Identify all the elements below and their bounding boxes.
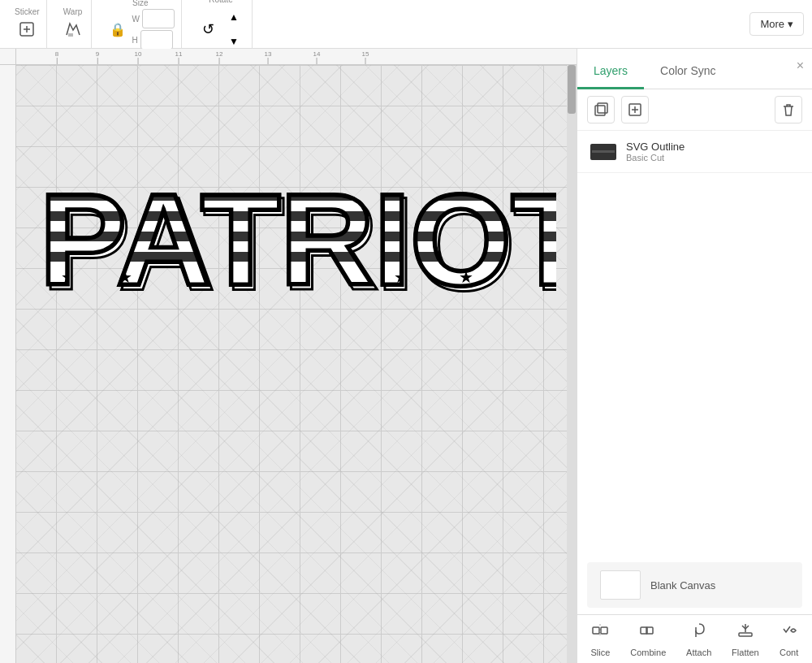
svg-text:PATRIOTS: PATRIOTS <box>40 167 556 312</box>
svg-rect-22 <box>595 106 605 115</box>
ruler-tick-15: 15 <box>362 50 369 64</box>
combine-icon <box>638 621 658 644</box>
height-label: H <box>132 36 138 45</box>
rotate-section: Rotate ↺ ▲ ▼ <box>190 0 253 48</box>
ruler-tick-12: 12 <box>216 50 223 64</box>
attach-icon <box>689 621 709 644</box>
ruler-tick-8: 8 <box>55 50 58 64</box>
layer-info: SVG Outline Basic Cut <box>626 141 799 162</box>
lock-icon[interactable]: 🔒 <box>106 18 129 41</box>
close-panel-icon[interactable]: × <box>797 58 804 73</box>
layer-item-svg-outline[interactable]: SVG Outline Basic Cut <box>577 131 812 173</box>
tab-layers[interactable]: Layers <box>577 54 644 89</box>
height-input[interactable] <box>140 30 173 50</box>
tab-color-sync[interactable]: Color Sync <box>644 54 732 89</box>
ruler-h-inner: 8 9 10 11 12 <box>16 49 577 64</box>
width-input[interactable] <box>142 9 175 28</box>
slice-label: Slice <box>590 648 610 657</box>
more-chevron-icon: ▾ <box>788 18 793 30</box>
sticker-label: Sticker <box>15 7 40 16</box>
more-label: More <box>760 18 784 30</box>
sticker-controls <box>15 18 38 41</box>
size-section: Size 🔒 W H <box>100 0 182 48</box>
width-row: W <box>132 9 175 28</box>
ruler-corner <box>0 49 16 65</box>
delete-layer-button[interactable] <box>775 96 802 124</box>
panel-tabs: Layers Color Sync × <box>577 49 812 89</box>
attach-button[interactable]: Attach <box>680 618 718 661</box>
size-inputs: W H <box>132 9 175 50</box>
sticker-icon[interactable] <box>15 18 38 41</box>
bottom-toolbar: Slice Combine Attach <box>577 614 812 663</box>
ruler-tick-11: 11 <box>175 50 183 64</box>
rotate-controls: ↺ ▲ ▼ <box>197 6 245 53</box>
rotate-label: Rotate <box>209 0 232 4</box>
layer-name: SVG Outline <box>626 141 799 153</box>
warp-icon[interactable] <box>62 18 84 41</box>
attach-label: Attach <box>686 648 711 657</box>
blank-canvas-item[interactable]: Blank Canvas <box>587 562 802 608</box>
width-label: W <box>132 15 140 24</box>
layer-type: Basic Cut <box>626 153 799 162</box>
blank-canvas-label: Blank Canvas <box>650 579 715 592</box>
flatten-label: Flatten <box>732 648 759 657</box>
svg-rect-34 <box>739 633 752 636</box>
layer-thumbnail <box>590 144 616 160</box>
svg-rect-28 <box>601 627 607 634</box>
vertical-scrollbar[interactable] <box>567 65 577 663</box>
rotate-inputs: ▲ ▼ <box>222 6 245 53</box>
ruler-horizontal: 8 9 10 11 12 <box>16 49 577 65</box>
svg-rect-27 <box>593 627 599 634</box>
slice-icon <box>590 621 610 644</box>
sticker-section: Sticker <box>8 0 47 48</box>
warp-section: Warp <box>55 0 92 48</box>
duplicate-layer-button[interactable] <box>587 96 615 124</box>
flatten-button[interactable]: Flatten <box>725 618 766 661</box>
rotate-up-icon[interactable]: ▲ <box>222 6 245 28</box>
flatten-icon <box>736 621 755 644</box>
main-area: 8 9 10 11 12 <box>0 49 812 663</box>
panel-toolbar <box>577 89 812 131</box>
ruler-tick-13: 13 <box>265 50 272 64</box>
more-button[interactable]: More ▾ <box>749 12 804 36</box>
ruler-tick-10: 10 <box>135 50 142 64</box>
panel-spacer <box>577 173 812 556</box>
height-row: H <box>132 30 175 50</box>
ruler-tick-14: 14 <box>313 50 321 64</box>
warp-controls <box>62 18 84 41</box>
combine-button[interactable]: Combine <box>624 618 672 661</box>
canvas-area[interactable]: 8 9 10 11 12 <box>0 49 577 663</box>
combine-label: Combine <box>630 648 666 657</box>
scrollbar-thumb[interactable] <box>568 65 576 114</box>
add-layer-button[interactable] <box>621 96 649 124</box>
right-panel: Layers Color Sync × <box>577 49 812 663</box>
cont-icon <box>780 621 799 644</box>
svg-rect-23 <box>598 103 607 113</box>
cont-button[interactable]: Cont <box>773 618 806 661</box>
blank-canvas-thumbnail <box>600 570 641 600</box>
size-label: Size <box>132 0 148 7</box>
slice-button[interactable]: Slice <box>584 618 616 661</box>
layer-list: SVG Outline Basic Cut <box>577 131 812 173</box>
ruler-vertical <box>0 65 16 663</box>
warp-label: Warp <box>63 7 83 16</box>
size-controls: 🔒 W H <box>106 9 175 50</box>
cont-label: Cont <box>780 648 798 657</box>
rotate-icon[interactable]: ↺ <box>197 18 219 41</box>
svg-rect-3 <box>68 33 73 37</box>
patriots-svg[interactable]: .patriots-letter { font-family: 'Arial B… <box>37 154 556 317</box>
top-toolbar: Sticker Warp Size 🔒 <box>0 0 812 49</box>
ruler-tick-9: 9 <box>96 50 99 64</box>
